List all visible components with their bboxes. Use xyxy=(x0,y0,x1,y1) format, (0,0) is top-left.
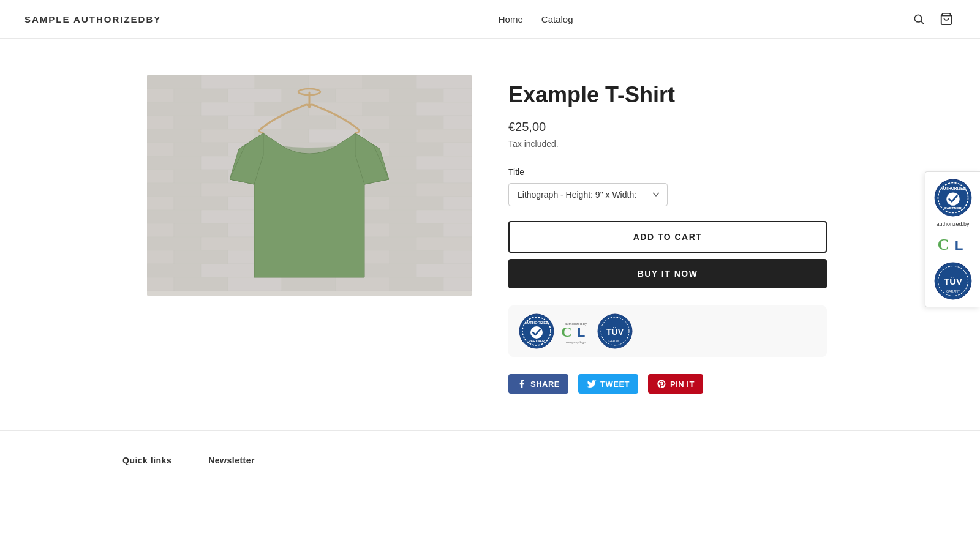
svg-rect-23 xyxy=(147,116,174,129)
header-actions xyxy=(910,10,956,28)
svg-rect-50 xyxy=(174,170,228,183)
svg-text:PARTNER: PARTNER xyxy=(944,206,962,210)
svg-text:TÜV: TÜV xyxy=(944,276,962,287)
svg-text:L: L xyxy=(578,325,586,339)
main-content: Example T-Shirt €25,00 Tax included. Tit… xyxy=(123,75,858,394)
svg-text:C: C xyxy=(561,324,571,340)
svg-rect-28 xyxy=(390,116,443,129)
facebook-icon xyxy=(517,379,527,389)
svg-point-0 xyxy=(914,15,922,22)
svg-rect-36 xyxy=(147,143,174,156)
svg-rect-76 xyxy=(174,223,228,237)
svg-rect-7 xyxy=(309,75,363,89)
pinterest-share-label: PIN IT xyxy=(670,380,695,389)
svg-rect-21 xyxy=(363,102,417,116)
svg-rect-106 xyxy=(390,277,443,291)
svg-rect-55 xyxy=(443,170,472,183)
svg-rect-4 xyxy=(147,75,201,89)
footer-quick-links-title: Quick links xyxy=(123,455,172,465)
trust-badges: AUTHORIZED ✓ PARTNER authorized.by C L c… xyxy=(508,305,827,357)
svg-rect-15 xyxy=(390,89,443,102)
svg-text:AUTHORIZED: AUTHORIZED xyxy=(940,186,966,190)
svg-rect-94 xyxy=(443,250,472,264)
company-logo-badge: authorized.by C L company logo xyxy=(557,313,594,350)
svg-rect-104 xyxy=(282,277,336,291)
footer-newsletter-title: Newsletter xyxy=(208,455,255,465)
svg-text:GARANT: GARANT xyxy=(946,290,960,293)
svg-rect-25 xyxy=(228,116,282,129)
svg-rect-24 xyxy=(174,116,228,129)
search-button[interactable] xyxy=(910,10,927,28)
svg-text:AUTHORIZED: AUTHORIZED xyxy=(524,321,549,324)
svg-rect-34 xyxy=(363,129,417,143)
tuv-badge-icon: TÜV GARANT xyxy=(597,313,633,350)
svg-text:company logo: company logo xyxy=(566,340,586,344)
svg-rect-37 xyxy=(174,143,228,156)
svg-rect-12 xyxy=(228,89,282,102)
buy-it-now-button[interactable]: BUY IT NOW xyxy=(508,259,827,288)
cart-icon xyxy=(940,12,953,26)
twitter-share-button[interactable]: TWEET xyxy=(578,374,638,394)
facebook-share-button[interactable]: SHARE xyxy=(508,374,568,394)
search-icon xyxy=(913,13,925,25)
svg-rect-81 xyxy=(443,223,472,237)
tuv-badge: TÜV GARANT xyxy=(597,313,633,350)
footer: Quick links Newsletter xyxy=(0,430,980,497)
svg-line-1 xyxy=(921,21,924,24)
svg-rect-11 xyxy=(174,89,228,102)
svg-rect-80 xyxy=(390,223,443,237)
svg-rect-10 xyxy=(147,89,174,102)
svg-rect-70 xyxy=(201,210,255,223)
nav-home[interactable]: Home xyxy=(499,14,523,24)
site-logo[interactable]: SAMPLE AUTHORIZEDBY xyxy=(24,14,161,24)
svg-rect-102 xyxy=(174,277,228,291)
svg-rect-99 xyxy=(363,264,417,277)
svg-rect-22 xyxy=(417,102,472,116)
svg-rect-63 xyxy=(174,197,228,210)
svg-rect-43 xyxy=(147,156,201,170)
svg-rect-107 xyxy=(443,277,472,291)
svg-rect-74 xyxy=(417,210,472,223)
svg-rect-5 xyxy=(201,75,255,89)
svg-rect-95 xyxy=(147,264,201,277)
svg-rect-103 xyxy=(228,277,282,291)
svg-rect-68 xyxy=(443,197,472,210)
authorized-partner-badge: AUTHORIZED ✓ PARTNER xyxy=(518,313,555,350)
svg-rect-16 xyxy=(443,89,472,102)
svg-rect-54 xyxy=(390,170,443,183)
svg-rect-26 xyxy=(282,116,336,129)
svg-rect-60 xyxy=(363,183,417,197)
footer-quick-links: Quick links xyxy=(123,455,172,473)
company-badge-icon: authorized.by C L company logo xyxy=(557,313,594,350)
footer-newsletter: Newsletter xyxy=(208,455,255,473)
authorized-badge-icon: AUTHORIZED ✓ PARTNER xyxy=(518,313,555,350)
svg-text:PARTNER: PARTNER xyxy=(529,339,545,343)
tshirt-illustration xyxy=(147,75,472,296)
svg-rect-20 xyxy=(309,102,363,116)
svg-text:GARANT: GARANT xyxy=(609,339,622,343)
svg-rect-9 xyxy=(417,75,472,89)
svg-rect-6 xyxy=(255,75,309,89)
svg-rect-101 xyxy=(147,277,174,291)
svg-rect-14 xyxy=(336,89,390,102)
footer-grid: Quick links Newsletter xyxy=(123,455,858,473)
variant-select[interactable]: Lithograph - Height: 9" x Width: xyxy=(508,183,668,206)
svg-rect-35 xyxy=(417,129,472,143)
product-price: €25,00 xyxy=(508,120,833,134)
svg-rect-49 xyxy=(147,170,174,183)
svg-rect-86 xyxy=(363,237,417,250)
pinterest-share-button[interactable]: PIN IT xyxy=(648,374,703,394)
svg-rect-19 xyxy=(255,102,309,116)
svg-rect-73 xyxy=(363,210,417,223)
svg-text:C: C xyxy=(937,236,948,253)
svg-text:TÜV: TÜV xyxy=(606,327,624,337)
twitter-share-label: TWEET xyxy=(600,380,630,389)
svg-rect-75 xyxy=(147,223,174,237)
cart-button[interactable] xyxy=(937,10,956,28)
add-to-cart-button[interactable]: ADD TO CART xyxy=(508,221,827,253)
svg-rect-31 xyxy=(201,129,255,143)
svg-rect-88 xyxy=(147,250,174,264)
nav-catalog[interactable]: Catalog xyxy=(541,14,573,24)
facebook-share-label: SHARE xyxy=(530,380,560,389)
svg-rect-83 xyxy=(201,237,255,250)
